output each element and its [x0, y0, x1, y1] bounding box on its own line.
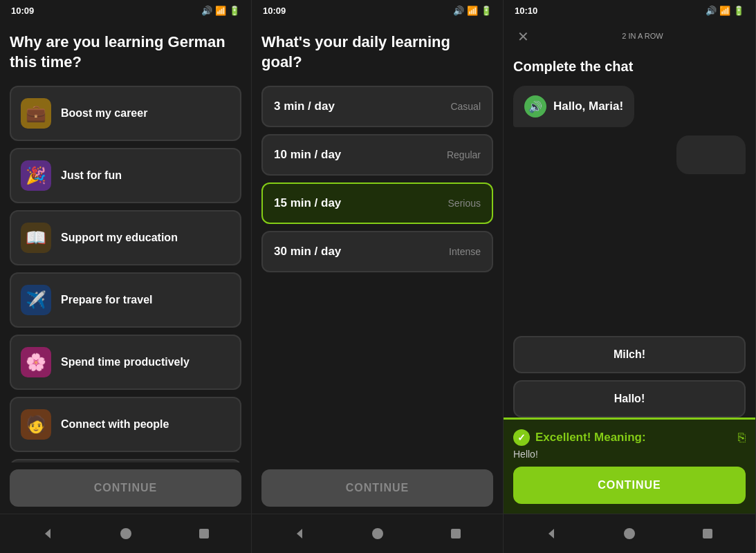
goal-option-30min[interactable]: 30 min / day Intense	[261, 231, 493, 272]
time-3: 10:10	[515, 6, 537, 16]
signal-icon: 📶	[215, 6, 226, 16]
bottom-nav-1	[0, 514, 251, 553]
square-nav-3[interactable]	[697, 523, 719, 545]
goal-sublabel-3min: Casual	[450, 101, 481, 112]
back-nav-3[interactable]	[540, 523, 562, 545]
panel2-title: What's your daily learning goal?	[261, 32, 493, 72]
result-section: ✓ Excellent! Meaning: ⎘ Hello! CONTINUE	[504, 418, 755, 514]
continue-button-1[interactable]: CONTINUE	[10, 469, 241, 507]
goal-sublabel-10min: Regular	[447, 149, 481, 160]
home-nav-2[interactable]	[367, 523, 389, 545]
goal-option-3min[interactable]: 3 min / day Casual	[261, 86, 493, 127]
option-travel[interactable]: ✈️ Prepare for travel	[10, 272, 241, 328]
svg-marker-6	[548, 529, 554, 538]
home-nav-3[interactable]	[618, 523, 640, 545]
battery-icon: 🔋	[229, 6, 240, 16]
panel2-options-list: 3 min / day Casual 10 min / day Regular …	[261, 86, 493, 272]
panel1-content: Why are you learning German this time? 💼…	[0, 21, 251, 462]
status-bar-2: 10:09 🔊 📶 🔋	[252, 0, 503, 21]
continue-button-3[interactable]: CONTINUE	[513, 467, 746, 504]
option-connect[interactable]: 🧑 Connect with people	[10, 397, 241, 452]
battery-icon-3: 🔋	[733, 6, 744, 16]
option-icon-fun: 🎉	[21, 160, 51, 191]
panel2-content: What's your daily learning goal? 3 min /…	[252, 21, 503, 462]
result-title-text: Excellent! Meaning:	[535, 431, 646, 444]
goal-label-30min: 30 min / day	[274, 245, 341, 259]
chat-bubble-bot: 🔊 Hallo, Maria!	[513, 86, 634, 127]
panel-chat: 10:10 🔊 📶 🔋 ✕ 2 IN A ROW Complete the ch…	[504, 0, 756, 553]
result-header: ✓ Excellent! Meaning: ⎘	[513, 429, 746, 446]
progress-section: 2 IN A ROW	[540, 32, 746, 41]
svg-rect-8	[703, 529, 712, 538]
check-icon: ✓	[513, 429, 530, 446]
option-icon-productive: 🌸	[21, 347, 51, 377]
status-bar-1: 10:09 🔊 📶 🔋	[0, 0, 251, 21]
option-icon-connect: 🧑	[21, 409, 51, 440]
svg-point-1	[120, 528, 131, 539]
volume-icon-3: 🔊	[706, 6, 717, 16]
time-1: 10:09	[11, 6, 34, 16]
goal-sublabel-30min: Intense	[449, 246, 481, 257]
goal-label-15min: 15 min / day	[274, 196, 341, 210]
svg-marker-3	[297, 529, 302, 538]
goal-option-10min[interactable]: 10 min / day Regular	[261, 134, 493, 176]
answer-hallo[interactable]: Hallo!	[513, 380, 746, 418]
share-icon[interactable]: ⎘	[738, 431, 746, 445]
option-icon-travel: ✈️	[21, 285, 51, 315]
goal-option-15min[interactable]: 15 min / day Serious	[261, 182, 493, 224]
continue-button-2[interactable]: CONTINUE	[261, 469, 493, 507]
panel1-title: Why are you learning German this time?	[10, 32, 241, 72]
option-fun[interactable]: 🎉 Just for fun	[10, 148, 241, 203]
battery-icon-2: 🔋	[481, 6, 492, 16]
option-icon-career: 💼	[21, 98, 51, 129]
option-other[interactable]: ⋯ Other	[10, 459, 241, 462]
result-title: ✓ Excellent! Meaning:	[513, 429, 646, 446]
option-productive[interactable]: 🌸 Spend time productively	[10, 335, 241, 390]
option-label-travel: Prepare for travel	[61, 294, 153, 306]
volume-icon: 🔊	[201, 6, 212, 16]
speaker-icon[interactable]: 🔊	[524, 95, 546, 118]
option-label-education: Support my education	[61, 232, 178, 244]
back-nav-1[interactable]	[37, 523, 59, 545]
square-nav-2[interactable]	[445, 523, 467, 545]
option-icon-education: 📖	[21, 223, 51, 253]
svg-marker-0	[45, 529, 50, 538]
option-education[interactable]: 📖 Support my education	[10, 210, 241, 265]
signal-icon-2: 📶	[467, 6, 478, 16]
status-bar-3: 10:10 🔊 📶 🔋	[504, 0, 755, 21]
home-nav-1[interactable]	[115, 523, 137, 545]
svg-rect-2	[199, 529, 209, 538]
streak-label: 2 IN A ROW	[540, 32, 746, 40]
chat-subtitle: Complete the chat	[513, 59, 746, 75]
goal-label-10min: 10 min / day	[274, 148, 341, 162]
status-icons-2: 🔊 📶 🔋	[453, 6, 492, 16]
signal-icon-3: 📶	[719, 6, 730, 16]
svg-rect-5	[451, 529, 461, 538]
option-label-productive: Spend time productively	[61, 356, 190, 368]
answer-options: Milch! Hallo!	[504, 336, 755, 418]
bottom-nav-2	[252, 514, 503, 553]
status-icons-1: 🔊 📶 🔋	[201, 6, 240, 16]
option-label-fun: Just for fun	[61, 169, 122, 182]
chat-message: Hallo, Maria!	[553, 100, 623, 113]
panel-learning-goal: 10:09 🔊 📶 🔋 What's your daily learning g…	[252, 0, 504, 553]
panel-why-learning: 10:09 🔊 📶 🔋 Why are you learning German …	[0, 0, 252, 553]
square-nav-1[interactable]	[193, 523, 215, 545]
bottom-nav-3	[504, 514, 755, 553]
volume-icon-2: 🔊	[453, 6, 464, 16]
option-career[interactable]: 💼 Boost my career	[10, 86, 241, 141]
goal-sublabel-15min: Serious	[448, 198, 481, 209]
status-icons-3: 🔊 📶 🔋	[706, 6, 744, 16]
chat-area: Complete the chat 🔊 Hallo, Maria!	[504, 52, 755, 336]
svg-point-7	[624, 528, 635, 539]
goal-label-3min: 3 min / day	[274, 100, 335, 113]
answer-milch[interactable]: Milch!	[513, 336, 746, 373]
streak-bar: ✕ 2 IN A ROW	[504, 21, 755, 52]
option-label-connect: Connect with people	[61, 418, 169, 431]
svg-point-4	[372, 528, 383, 539]
option-label-career: Boost my career	[61, 107, 147, 120]
panel1-options-list: 💼 Boost my career 🎉 Just for fun 📖 Suppo…	[10, 86, 241, 462]
close-button[interactable]: ✕	[513, 27, 533, 46]
back-nav-2[interactable]	[288, 523, 311, 545]
result-meaning: Hello!	[513, 449, 746, 460]
